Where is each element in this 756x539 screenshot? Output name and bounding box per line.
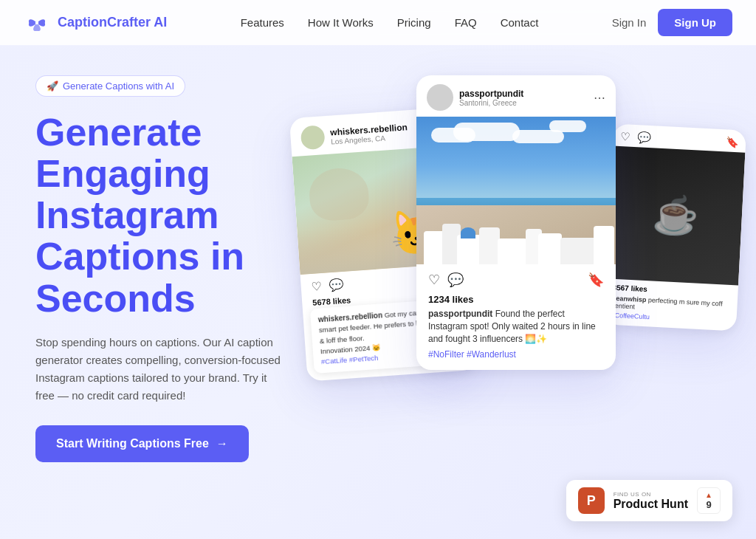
santorini-username: passportpundit xyxy=(459,89,523,99)
logo-icon xyxy=(24,10,50,36)
santorini-post-image xyxy=(416,117,616,264)
cat-hashtags: #CatLife #PetTech xyxy=(321,354,379,365)
svg-point-0 xyxy=(35,21,39,24)
comment-icon-coffee[interactable]: 💬 xyxy=(637,131,652,145)
cat-location: Los Angeles, CA xyxy=(331,132,408,145)
product-hunt-badge[interactable]: P FIND US ON Product Hunt ▲ 9 xyxy=(566,480,732,521)
cta-button[interactable]: Start Writing Captions Free → xyxy=(35,425,249,462)
product-hunt-logo: P xyxy=(578,487,605,514)
product-hunt-name: Product Hunt xyxy=(614,498,688,511)
hero-title: Generate Engaging Instagram Captions in … xyxy=(35,111,316,319)
cat-username: whiskers.rebellion xyxy=(330,122,408,137)
product-hunt-votes: ▲ 9 xyxy=(697,487,721,514)
cat-caption-username: whiskers.rebellion xyxy=(318,311,383,323)
ai-badge: 🚀 Generate Captions with AI xyxy=(35,75,185,97)
product-hunt-find-label: FIND US ON xyxy=(614,491,688,498)
product-hunt-vote-count: 9 xyxy=(706,499,711,510)
bookmark-icon-cat[interactable]: 🔖 xyxy=(446,270,461,284)
more-options-icon[interactable]: ⋯ xyxy=(438,121,450,136)
nav-faq[interactable]: FAQ xyxy=(455,16,477,29)
santorini-location: Santorini, Greece xyxy=(459,99,523,107)
navbar: CaptionCrafter AI Features How It Works … xyxy=(0,0,756,46)
santorini-hashtags: #NoFilter #Wanderlust xyxy=(416,348,616,370)
comment-icon-santorini[interactable]: 💬 xyxy=(447,272,464,288)
logo[interactable]: CaptionCrafter AI xyxy=(24,10,167,36)
santorini-more-options-icon[interactable]: ⋯ xyxy=(594,91,605,105)
cat-likes: 5678 likes xyxy=(302,286,472,309)
santorini-caption-username: passportpundit xyxy=(428,309,492,319)
nav-actions: Sign In Sign Up xyxy=(612,9,732,36)
signin-button[interactable]: Sign In xyxy=(612,16,647,29)
bookmark-icon-santorini[interactable]: 🔖 xyxy=(588,272,604,288)
hero-description: Stop spending hours on captions. Our AI … xyxy=(35,334,286,405)
coffee-post-actions: ♡ 💬 🔖 xyxy=(613,123,746,152)
coffee-post-image xyxy=(605,145,745,285)
like-icon-coffee[interactable]: ♡ xyxy=(620,130,630,144)
cat-user-info: whiskers.rebellion Los Angeles, CA xyxy=(300,119,409,150)
hero-section: 🚀 Generate Captions with AI Generate Eng… xyxy=(0,46,756,539)
cat-post-image xyxy=(292,145,470,275)
comment-icon-cat[interactable]: 💬 xyxy=(329,278,344,292)
cat-caption-overlay: whiskers.rebellion Got my cat a $400 sma… xyxy=(310,298,470,374)
santorini-likes: 1234 likes xyxy=(416,292,616,306)
santorini-post-actions: ♡ 💬 🔖 xyxy=(416,264,616,292)
santorini-caption: passportpundit Found the perfect Instagr… xyxy=(416,306,616,348)
phones-mockup-area: whiskers.rebellion Los Angeles, CA ⋯ ♡ 💬… xyxy=(254,68,756,539)
cat-post-actions: ♡ 💬 🔖 xyxy=(300,263,472,298)
nav-contact[interactable]: Contact xyxy=(501,16,539,29)
nav-pricing[interactable]: Pricing xyxy=(397,16,431,29)
hero-content: 🚀 Generate Captions with AI Generate Eng… xyxy=(35,75,316,462)
brand-name: CaptionCrafter AI xyxy=(58,15,167,30)
coffee-likes: 3567 likes xyxy=(605,278,738,299)
santorini-user-info: passportpundit Santorini, Greece xyxy=(427,84,523,111)
coffee-caption: beanwhisp perfecting m sure my coff sent… xyxy=(604,292,738,317)
upvote-arrow-icon: ▲ xyxy=(705,491,712,499)
cat-caption-label: Innovation 2024 🐱 xyxy=(320,343,382,355)
santorini-phone-header: passportpundit Santorini, Greece ⋯ xyxy=(416,75,616,117)
signup-button[interactable]: Sign Up xyxy=(658,9,732,36)
nav-how-it-works[interactable]: How It Works xyxy=(308,16,374,29)
bookmark-icon-coffee[interactable]: 🔖 xyxy=(726,136,739,148)
like-icon-santorini[interactable]: ♡ xyxy=(428,272,440,288)
cat-caption-body: Got my cat a $400 smart pet feeder. He p… xyxy=(319,307,456,345)
product-hunt-text: FIND US ON Product Hunt xyxy=(614,491,688,511)
santorini-avatar xyxy=(427,84,453,111)
coffee-hashtags: #CoffeeCultu xyxy=(603,310,737,331)
santorini-caption-body: Found the perfect Instagram spot! Only w… xyxy=(428,309,596,344)
phone-card-cat: whiskers.rebellion Los Angeles, CA ⋯ ♡ 💬… xyxy=(289,106,477,381)
phone-card-santorini: passportpundit Santorini, Greece ⋯ xyxy=(416,75,616,370)
nav-links: Features How It Works Pricing FAQ Contac… xyxy=(241,16,539,29)
rocket-icon: 🚀 xyxy=(47,80,58,92)
nav-features[interactable]: Features xyxy=(241,16,284,29)
phone-card-coffee: ♡ 💬 🔖 3567 likes beanwhisp perfecting m … xyxy=(603,123,746,331)
